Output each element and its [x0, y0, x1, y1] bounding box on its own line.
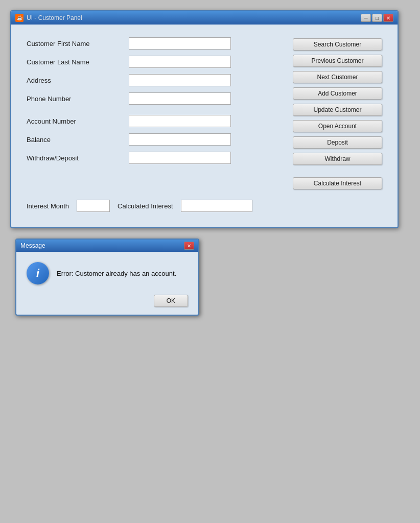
close-button[interactable]: ✕ [383, 14, 393, 22]
first-name-label: Customer First Name [27, 40, 129, 47]
ok-button[interactable]: OK [154, 295, 188, 307]
interest-month-input[interactable] [77, 200, 110, 212]
last-name-row: Customer Last Name [27, 56, 283, 68]
title-bar-left: ☕ UI - Customer Panel [15, 14, 82, 22]
address-input[interactable] [129, 74, 231, 86]
withdraw-deposit-input[interactable] [129, 152, 231, 164]
form-section: Customer First Name Customer Last Name A… [27, 37, 283, 189]
dialog-message: Error: Customer already has an account. [57, 270, 176, 277]
dialog-title-bar: Message ✕ [16, 240, 198, 252]
calculated-interest-label: Calculated Interest [118, 202, 173, 210]
balance-label: Balance [27, 136, 129, 144]
main-title-bar: ☕ UI - Customer Panel ─ □ ✕ [11, 11, 398, 25]
withdraw-button[interactable]: Withdraw [293, 153, 382, 165]
search-customer-button[interactable]: Search Customer [293, 38, 382, 51]
open-account-button[interactable]: Open Account [293, 120, 382, 132]
window-content: Customer First Name Customer Last Name A… [11, 25, 398, 227]
account-number-label: Account Number [27, 117, 129, 125]
last-name-label: Customer Last Name [27, 58, 129, 66]
previous-customer-button[interactable]: Previous Customer [293, 55, 382, 67]
dialog-controls: ✕ [184, 242, 194, 250]
title-controls: ─ □ ✕ [361, 14, 393, 22]
account-number-row: Account Number [27, 115, 283, 127]
maximize-button[interactable]: □ [372, 14, 382, 22]
phone-input[interactable] [129, 92, 231, 105]
dialog-footer: OK [27, 295, 188, 307]
withdraw-deposit-row: Withdraw/Deposit [27, 152, 283, 164]
last-name-input[interactable] [129, 56, 231, 68]
first-name-row: Customer First Name [27, 37, 283, 50]
calculated-interest-input[interactable] [181, 200, 252, 212]
address-row: Address [27, 74, 283, 86]
minimize-button[interactable]: ─ [361, 14, 371, 22]
interest-month-label: Interest Month [27, 202, 69, 210]
message-dialog: Message ✕ i Error: Customer already has … [15, 239, 199, 316]
next-customer-button[interactable]: Next Customer [293, 71, 382, 83]
withdraw-deposit-label: Withdraw/Deposit [27, 154, 129, 162]
dialog-content: i Error: Customer already has an account… [16, 252, 198, 315]
account-number-input[interactable] [129, 115, 231, 127]
dialog-body: i Error: Customer already has an account… [27, 262, 188, 284]
main-window: ☕ UI - Customer Panel ─ □ ✕ Customer Fir… [10, 10, 399, 228]
info-icon: i [27, 262, 49, 284]
main-window-title: UI - Customer Panel [27, 14, 82, 21]
update-customer-button[interactable]: Update Customer [293, 104, 382, 116]
buttons-section: Search Customer Previous Customer Next C… [293, 37, 382, 189]
java-icon: ☕ [15, 14, 24, 22]
address-label: Address [27, 77, 129, 84]
calculate-interest-button[interactable]: Calculate Interest [293, 177, 382, 189]
deposit-button[interactable]: Deposit [293, 136, 382, 149]
balance-input[interactable] [129, 133, 231, 146]
dialog-close-button[interactable]: ✕ [184, 242, 194, 250]
add-customer-button[interactable]: Add Customer [293, 87, 382, 100]
balance-row: Balance [27, 133, 283, 146]
phone-label: Phone Number [27, 95, 129, 103]
dialog-title: Message [20, 242, 45, 249]
bottom-row: Interest Month Calculated Interest [27, 200, 382, 212]
first-name-input[interactable] [129, 37, 231, 50]
phone-row: Phone Number [27, 92, 283, 105]
